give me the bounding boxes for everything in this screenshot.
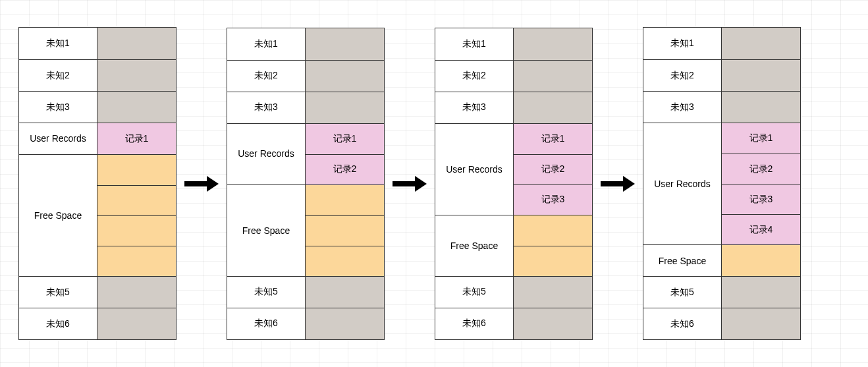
- section-unknown5: 未知5: [227, 277, 306, 308]
- svg-rect-4: [601, 181, 623, 186]
- section-unknown1: 未知1: [435, 28, 514, 60]
- unknown2-slot: [306, 61, 384, 92]
- record-4: 记录4: [722, 214, 800, 244]
- unknown6-slot: [306, 308, 384, 339]
- section-unknown6: 未知6: [643, 308, 722, 339]
- section-unknown3: 未知3: [19, 92, 97, 123]
- section-unknown3: 未知3: [435, 92, 514, 123]
- record-1: 记录1: [722, 123, 800, 154]
- free-slot: [97, 215, 176, 246]
- section-user-records: User Records: [19, 123, 97, 154]
- record-3: 记录3: [722, 184, 800, 214]
- section-unknown2: 未知2: [19, 60, 97, 91]
- section-user-records: User Records: [227, 124, 306, 184]
- section-unknown3: 未知3: [643, 92, 722, 123]
- unknown1-slot: [97, 28, 176, 59]
- unknown5-slot: [722, 277, 800, 308]
- section-user-records: User Records: [643, 123, 722, 244]
- section-user-records-label: User Records: [238, 148, 294, 159]
- unknown3-slot: [722, 92, 800, 123]
- page-state-3: 未知1 未知2 未知3 User Records 记录1 记录2 记录3 Fre…: [435, 28, 593, 340]
- section-unknown1: 未知1: [19, 28, 97, 59]
- record-2: 记录2: [514, 154, 592, 184]
- diagram-stage: 未知1 未知2 未知3 User Records 记录1 Free Space …: [0, 0, 868, 367]
- unknown3-slot: [97, 92, 176, 123]
- svg-marker-5: [623, 176, 635, 192]
- unknown5-slot: [306, 277, 384, 308]
- record-2: 记录2: [306, 154, 384, 184]
- section-unknown1: 未知1: [227, 28, 306, 60]
- unknown6-slot: [97, 308, 176, 339]
- section-unknown5: 未知5: [19, 277, 97, 308]
- unknown6-slot: [722, 308, 800, 339]
- svg-rect-0: [184, 181, 207, 186]
- free-slot: [306, 215, 384, 246]
- unknown3-slot: [306, 92, 384, 123]
- arrow-right-icon: [184, 176, 219, 192]
- free-slot: [97, 246, 176, 276]
- unknown6-slot: [514, 308, 592, 339]
- section-free-space: Free Space: [19, 155, 97, 276]
- section-unknown2: 未知2: [435, 61, 514, 92]
- unknown1-slot: [514, 28, 592, 60]
- unknown2-slot: [514, 61, 592, 92]
- record-3: 记录3: [514, 184, 592, 215]
- record-2: 记录2: [722, 154, 800, 184]
- unknown2-slot: [722, 60, 800, 91]
- section-free-space: Free Space: [643, 245, 722, 276]
- free-slot: [722, 245, 800, 276]
- free-slot: [514, 215, 592, 246]
- unknown5-slot: [97, 277, 176, 308]
- unknown1-slot: [722, 28, 800, 59]
- section-free-space: Free Space: [227, 185, 306, 276]
- section-user-records-label: User Records: [30, 133, 86, 144]
- section-unknown3: 未知3: [227, 92, 306, 123]
- record-1: 记录1: [306, 124, 384, 154]
- unknown5-slot: [514, 277, 592, 308]
- free-slot: [306, 246, 384, 276]
- page-state-4: 未知1 未知2 未知3 User Records 记录1 记录2 记录3 记录4…: [643, 27, 801, 340]
- section-free-space: Free Space: [435, 215, 514, 276]
- svg-marker-3: [415, 176, 427, 192]
- page-state-1: 未知1 未知2 未知3 User Records 记录1 Free Space …: [18, 27, 176, 340]
- page-state-2: 未知1 未知2 未知3 User Records 记录1 记录2 Free Sp…: [227, 28, 385, 340]
- unknown2-slot: [97, 60, 176, 91]
- section-user-records: User Records: [435, 124, 514, 215]
- section-unknown5: 未知5: [435, 277, 514, 308]
- diagram-canvas: 未知1 未知2 未知3 User Records 记录1 Free Space …: [0, 0, 868, 367]
- arrow-right-icon: [393, 176, 427, 192]
- unknown1-slot: [306, 28, 384, 60]
- free-slot: [514, 246, 592, 276]
- arrow-1: [182, 176, 221, 192]
- free-slot: [306, 185, 384, 215]
- free-slot: [97, 185, 176, 215]
- record-1: 记录1: [97, 123, 176, 154]
- svg-rect-2: [393, 181, 415, 186]
- unknown3-slot: [514, 92, 592, 123]
- arrow-right-icon: [601, 176, 635, 192]
- arrow-2: [390, 176, 429, 192]
- svg-marker-1: [207, 176, 219, 192]
- free-slot: [97, 155, 176, 185]
- record-1: 记录1: [514, 124, 592, 154]
- section-unknown1: 未知1: [643, 28, 722, 59]
- section-unknown5: 未知5: [643, 277, 722, 308]
- section-unknown6: 未知6: [19, 308, 97, 339]
- section-unknown2: 未知2: [227, 61, 306, 92]
- arrow-3: [598, 176, 637, 192]
- section-unknown2: 未知2: [643, 60, 722, 91]
- section-unknown6: 未知6: [227, 308, 306, 339]
- section-unknown6: 未知6: [435, 308, 514, 339]
